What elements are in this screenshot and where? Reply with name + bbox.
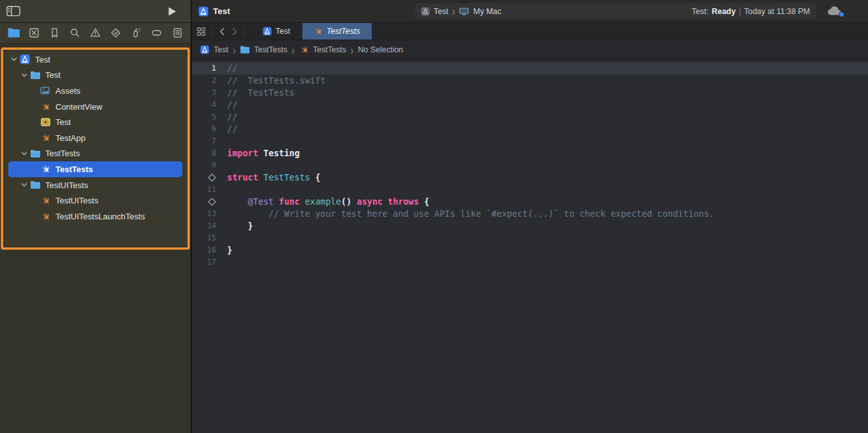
breadcrumb-separator: › [233,43,235,56]
line-number: 6 [192,123,221,135]
tree-item-Assets[interactable]: Assets [3,83,188,99]
code-line: 13 // Write your test here and use APIs … [192,208,868,220]
status-state: Ready [712,7,736,16]
swift-icon [40,101,51,112]
line-number: 8 [192,147,221,159]
code-token: { [419,196,429,207]
tree-item-label: TestApp [55,133,85,143]
code-line: 17 [192,256,868,268]
tree-item-TestUITests[interactable]: TestUITests [3,177,188,193]
destination-name: My Mac [473,7,501,16]
cloud-sync-icon[interactable] [827,6,842,17]
tree-item-label: TestUITestsLaunchTests [55,212,145,221]
editor-pane: TestTestTests Test›TestTests›TestTests›N… [192,23,868,433]
line-number: 15 [192,232,221,244]
issue-navigator-icon[interactable] [89,26,103,40]
run-test-diamond-icon[interactable] [192,172,221,184]
tree-item-TestApp[interactable]: TestApp [3,130,188,146]
tree-item-TestTests[interactable]: TestTests [8,161,182,177]
chevron-down-icon[interactable] [8,57,19,62]
project-title: Test [213,6,230,16]
swift-icon [40,211,51,221]
sidebar-toggle-icon[interactable] [6,5,20,17]
entitlements-icon [40,117,51,128]
tab-controls [192,23,251,40]
test-navigator-icon[interactable] [109,26,123,40]
activity-view[interactable]: Test › My Mac Test: Ready | Today at 11:… [415,3,816,19]
build-status: Test: Ready | Today at 11:38 PM [692,7,811,16]
code-token [227,196,248,207]
divider [244,27,245,36]
breadcrumb-label: Test [214,45,228,54]
mac-destination-icon [459,7,469,16]
code-token: TestTests [263,172,310,182]
jump-bar: Test›TestTests›TestTests›No Selection [192,40,868,60]
toolbar: Test Test › My Mac Test: Ready [0,0,868,23]
breadcrumb-item-No-Selection[interactable]: No Selection [358,45,403,54]
xcode-window: Test Test › My Mac Test: Ready [0,0,868,433]
line-number: 17 [192,256,221,268]
project-navigator-icon[interactable] [6,26,20,40]
code-token: struct [227,172,258,182]
breakpoint-navigator-icon[interactable] [150,26,164,40]
folder-icon [29,149,41,159]
tab-Test[interactable]: Test [251,23,302,40]
code-line: 9 [192,159,868,172]
tree-item-TestUITestsLaunchTests[interactable]: TestUITestsLaunchTests [3,209,188,224]
tree-item-Test[interactable]: Test [3,114,188,130]
code-token: @Test [248,196,274,207]
tab-TestTests[interactable]: TestTests [302,23,372,40]
bookmark-navigator-icon[interactable] [47,26,61,40]
code-token: func [279,196,300,207]
chevron-down-icon[interactable] [18,182,29,187]
code-line: 8import Testing [192,147,868,159]
code-line: 3// TestTests [192,87,868,99]
tree-item-label: TestUITests [55,196,98,205]
line-number: 5 [192,111,221,123]
divider [212,27,212,36]
breadcrumb-item-TestTests[interactable]: TestTests [240,45,287,54]
code-token: // Write your test here and use APIs lik… [227,209,714,219]
tab-label: TestTests [327,27,360,36]
tree-item-Test[interactable]: Test [3,52,188,68]
tree-item-TestUITests[interactable]: TestUITests [3,193,188,209]
chevron-down-icon[interactable] [18,151,29,156]
folder-icon [240,45,250,54]
breadcrumb-item-Test[interactable]: Test [200,45,228,54]
tree-item-label: Test [35,55,50,64]
code-token: // [227,63,237,73]
run-test-diamond-icon[interactable] [192,196,221,208]
xcode-project-icon [200,45,210,54]
run-button[interactable] [166,6,178,17]
scheme-selector[interactable]: Test › My Mac [421,6,501,16]
code-line: 2// TestTests.swift [192,75,868,87]
code-token: () [341,196,357,207]
debug-navigator-icon[interactable] [129,26,143,40]
focus-ring: TestTestAssetsContentViewTestTestAppTest… [1,48,189,249]
tree-item-ContentView[interactable]: ContentView [3,99,188,115]
chevron-down-icon[interactable] [18,73,29,78]
report-navigator-icon[interactable] [170,26,184,40]
find-navigator-icon[interactable] [68,26,82,40]
code-token: // TestTests.swift [227,75,325,85]
folder-icon [29,180,41,190]
breadcrumb-item-TestTests[interactable]: TestTests [299,45,346,54]
swift-icon [299,45,309,54]
folder-icon [29,70,41,80]
source-control-navigator-icon[interactable] [27,26,41,40]
xcode-project-icon [198,6,209,17]
swift-icon [314,27,323,36]
tab-overview-icon[interactable] [196,26,207,37]
tree-item-label: Assets [55,86,80,96]
tree-item-TestTests[interactable]: TestTests [3,146,188,162]
code-token: // [227,124,237,134]
toolbar-left [0,0,192,22]
back-icon[interactable] [217,27,227,36]
navigator-sidebar: TestTestAssetsContentViewTestTestAppTest… [0,23,192,433]
code-line: 4// [192,99,868,111]
line-number: 1 [192,62,221,75]
line-number: 11 [192,184,221,196]
forward-icon[interactable] [230,27,239,36]
tree-item-Test[interactable]: Test [3,68,188,84]
source-editor[interactable]: 1//2// TestTests.swift3// TestTests4//5/… [192,60,868,433]
